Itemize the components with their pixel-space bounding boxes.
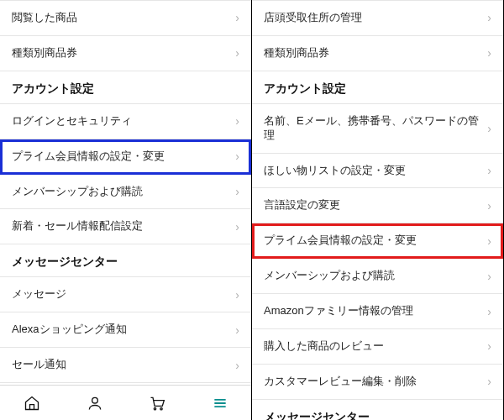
chevron-right-icon: › [235, 220, 239, 234]
section-header-account: アカウント設定 [252, 71, 503, 103]
row-label: 種類別商品券 [12, 46, 228, 60]
family-row[interactable]: Amazonファミリー情報の管理 › [252, 294, 503, 329]
list-item[interactable]: 種類別商品券 › [0, 36, 251, 71]
row-label: メンバーシップおよび購読 [264, 269, 480, 283]
chevron-right-icon: › [235, 288, 239, 302]
name-email-row[interactable]: 名前、Eメール、携帯番号、パスワードの管理 › [252, 103, 503, 154]
row-label: 新着・セール情報配信設定 [12, 219, 228, 234]
left-scroll: 閲覧した商品 › 種類別商品券 › アカウント設定 ログインとセキュリティ › … [0, 0, 251, 385]
right-panel: 店頭受取住所の管理 › 種類別商品券 › アカウント設定 名前、Eメール、携帯番… [252, 0, 504, 420]
home-icon[interactable] [23, 395, 41, 412]
sale-notify-row[interactable]: セール通知 › [0, 348, 251, 383]
new-sale-row[interactable]: 新着・セール情報配信設定 › [0, 209, 251, 244]
list-item[interactable]: 閲覧した商品 › [0, 0, 251, 36]
row-label: Amazonファミリー情報の管理 [264, 304, 480, 318]
row-label: 言語設定の変更 [264, 198, 480, 213]
memberships-row[interactable]: メンバーシップおよび購読 › [0, 175, 251, 210]
chevron-right-icon: › [235, 185, 239, 198]
row-label: 店頭受取住所の管理 [264, 11, 480, 25]
chevron-right-icon: › [487, 234, 491, 248]
bottom-tabbar [0, 385, 251, 420]
row-label: メッセージ [12, 287, 228, 302]
right-scroll: 店頭受取住所の管理 › 種類別商品券 › アカウント設定 名前、Eメール、携帯番… [252, 0, 503, 420]
list-item[interactable]: 種類別商品券 › [252, 36, 503, 71]
row-label: 種類別商品券 [264, 46, 480, 60]
pickup-address-row[interactable]: 店頭受取住所の管理 › [252, 0, 503, 36]
section-header-message: メッセージセンター [0, 244, 251, 276]
prime-settings-row[interactable]: プライム会員情報の設定・変更 › [252, 223, 503, 259]
chevron-right-icon: › [487, 122, 491, 135]
chevron-right-icon: › [235, 359, 239, 372]
chevron-right-icon: › [487, 11, 491, 24]
row-label: プライム会員情報の設定・変更 [264, 234, 480, 248]
memberships-row[interactable]: メンバーシップおよび購読 › [252, 259, 503, 294]
left-panel: 閲覧した商品 › 種類別商品券 › アカウント設定 ログインとセキュリティ › … [0, 0, 252, 420]
language-row[interactable]: 言語設定の変更 › [252, 188, 503, 223]
svg-point-2 [160, 407, 162, 409]
chevron-right-icon: › [235, 46, 239, 60]
chevron-right-icon: › [235, 11, 239, 24]
login-security-row[interactable]: ログインとセキュリティ › [0, 103, 251, 139]
chevron-right-icon: › [487, 199, 491, 213]
messages-row[interactable]: メッセージ › [0, 276, 251, 312]
chevron-right-icon: › [487, 375, 491, 388]
row-label: 名前、Eメール、携帯番号、パスワードの管理 [264, 114, 480, 143]
chevron-right-icon: › [487, 164, 491, 177]
prime-settings-row[interactable]: プライム会員情報の設定・変更 › [0, 139, 251, 175]
cart-icon[interactable] [148, 395, 166, 412]
row-label: カスタマーレビュー編集・削除 [264, 375, 480, 389]
user-icon[interactable] [87, 395, 103, 412]
chevron-right-icon: › [235, 114, 239, 128]
row-label: 購入した商品のレビュー [264, 339, 480, 354]
svg-point-1 [155, 407, 156, 409]
section-header-account: アカウント設定 [0, 71, 251, 103]
review-edit-row[interactable]: カスタマーレビュー編集・削除 › [252, 365, 503, 400]
svg-point-0 [92, 397, 97, 403]
chevron-right-icon: › [487, 305, 491, 318]
purchased-reviews-row[interactable]: 購入した商品のレビュー › [252, 329, 503, 365]
chevron-right-icon: › [235, 150, 239, 163]
alexa-row[interactable]: Alexaショッピング通知 › [0, 312, 251, 348]
chevron-right-icon: › [487, 46, 491, 60]
row-label: ログインとセキュリティ [12, 114, 228, 129]
row-label: セール通知 [12, 358, 228, 372]
row-label: Alexaショッピング通知 [12, 323, 228, 337]
row-label: ほしい物リストの設定・変更 [264, 164, 480, 178]
row-label: メンバーシップおよび購読 [12, 185, 228, 199]
chevron-right-icon: › [487, 339, 491, 353]
chevron-right-icon: › [487, 270, 491, 283]
wishlist-row[interactable]: ほしい物リストの設定・変更 › [252, 154, 503, 189]
menu-icon[interactable] [212, 395, 228, 412]
row-label: 閲覧した商品 [12, 11, 228, 25]
section-header-message: メッセージセンター [252, 400, 503, 420]
row-label: プライム会員情報の設定・変更 [12, 150, 228, 164]
chevron-right-icon: › [235, 323, 239, 337]
